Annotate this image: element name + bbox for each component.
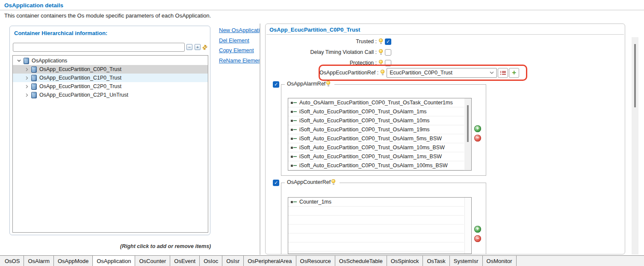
list-item[interactable]: iSoft_Auto_EcucPartition_C0P0_Trust_OsAl…: [288, 125, 464, 134]
container-hierarchy-panel: Container Hierarchical information: OsAp…: [9, 26, 210, 235]
list-item-label: Auto_OsAlarm_EcucPartition_C0P0_Trust_Os…: [299, 100, 453, 106]
reference-icon: [291, 147, 297, 149]
counter-group-checkbox[interactable]: [273, 180, 279, 186]
partition-ref-list-button[interactable]: [498, 68, 508, 78]
empty-row: [288, 242, 464, 251]
list-item-label: iSoft_Auto_EcucPartition_C0P0_Trust_OsAl…: [299, 127, 430, 133]
counter-remove-button[interactable]: [474, 235, 481, 242]
new-osapplication-link[interactable]: New OsApplication: [219, 27, 260, 33]
tab-osos[interactable]: OsOS: [1, 256, 24, 266]
lightbulb-icon: [379, 38, 383, 44]
list-item[interactable]: iSoft_Auto_EcucPartition_C0P0_Trust_OsAl…: [288, 116, 464, 125]
lightbulb-icon: [379, 49, 383, 55]
list-item-label: Counter_1ms: [299, 199, 331, 205]
alarm-remove-button[interactable]: [474, 135, 481, 142]
scrollbar-thumb[interactable]: [467, 105, 469, 142]
empty-row: [288, 216, 464, 225]
tab-oscounter[interactable]: OsCounter: [135, 256, 170, 266]
delay-timing-field-row: Delay Timing Violation Call :: [266, 48, 391, 56]
chevron-right-icon[interactable]: [24, 67, 30, 71]
tab-ostask[interactable]: OsTask: [423, 256, 449, 266]
partition-ref-add-button[interactable]: [509, 68, 519, 78]
refresh-icon[interactable]: [201, 41, 211, 52]
chevron-right-icon[interactable]: [24, 76, 30, 80]
tree-item-label: OsApp_EcucPartition_C1P0_Trust: [39, 75, 121, 81]
tab-osevent[interactable]: OsEvent: [170, 256, 200, 266]
chevron-down-icon[interactable]: [16, 59, 22, 63]
tab-osscheduletable[interactable]: OsScheduleTable: [335, 256, 387, 266]
tree-item-osapplications[interactable]: OsApplications: [13, 56, 208, 65]
container-icon: [31, 83, 37, 90]
list-item-label: iSoft_Auto_EcucPartition_C0P0_Trust_OsAl…: [299, 145, 445, 151]
chevron-down-icon: [490, 71, 494, 74]
trusted-checkbox[interactable]: [385, 38, 391, 45]
tab-osresource[interactable]: OsResource: [296, 256, 335, 266]
tree-item[interactable]: OsApp_EcucPartition_C2P1_UnTrust: [13, 91, 208, 99]
tree-item-label: OsApp_EcucPartition_C2P1_UnTrust: [39, 92, 128, 98]
list-item-label: iSoft_Auto_EcucPartition_C0P0_Trust_OsAl…: [299, 109, 427, 115]
list-item-label: iSoft_Auto_EcucPartition_C0P0_Trust_OsAl…: [299, 118, 430, 124]
delay-timing-checkbox[interactable]: [385, 49, 391, 56]
container-panel-title: Container Hierarchical information:: [14, 30, 107, 36]
counter-ref-list[interactable]: Counter_1ms: [288, 197, 472, 254]
protection-field-row: Protection :: [266, 59, 391, 67]
trusted-label: Trusted :: [356, 38, 377, 44]
page-description: This container containers the Os module …: [4, 12, 211, 19]
lightbulb-icon: [331, 179, 336, 185]
tab-osapplication[interactable]: OsApplication: [93, 256, 135, 266]
tab-osspinlock[interactable]: OsSpinlock: [387, 256, 423, 266]
tab-osmonitor[interactable]: OsMonitor: [483, 256, 517, 266]
page-title: OsApplication details: [4, 2, 63, 9]
empty-row: [288, 207, 464, 216]
tree-item[interactable]: OsApp_EcucPartition_C2P0_Trust: [13, 82, 208, 91]
chevron-right-icon[interactable]: [24, 84, 30, 89]
list-item[interactable]: iSoft_Auto_EcucPartition_C0P0_Trust_OsAl…: [288, 152, 464, 161]
expand-all-button[interactable]: [195, 44, 201, 50]
reference-icon: [291, 129, 297, 131]
rename-element-link[interactable]: ReName Element: [219, 57, 260, 64]
alarm-group-legend: OsAppAlarmRef: [285, 81, 334, 87]
window-scrollbar[interactable]: [632, 37, 638, 254]
tab-osalarm[interactable]: OsAlarm: [24, 256, 54, 266]
plus-icon: [512, 70, 516, 76]
tab-systemisr[interactable]: SystemIsr: [450, 256, 483, 266]
scrollbar-thumb[interactable]: [634, 44, 636, 107]
reference-icon: [291, 138, 297, 140]
reference-icon: [291, 156, 297, 158]
detail-panel: OsApp_EcucPartition_C0P0_Trust Trusted :…: [265, 24, 625, 254]
partition-ref-field-row: OsAppEcucPartitionRef : EcucPartition_C0…: [319, 68, 519, 78]
list-scrollbar[interactable]: [464, 98, 471, 170]
tree-item-label: OsApp_EcucPartition_C0P0_Trust: [39, 66, 121, 72]
tab-osperipheralarea[interactable]: OsPeripheralArea: [244, 256, 296, 266]
collapse-all-button[interactable]: [186, 44, 192, 50]
counter-group-legend: OsAppCounterRef: [285, 179, 340, 185]
tree-item-label: OsApp_EcucPartition_C2P0_Trust: [39, 83, 121, 89]
tree-item[interactable]: OsApp_EcucPartition_C0P0_Trust: [13, 65, 208, 74]
protection-checkbox[interactable]: [385, 60, 391, 66]
alarm-group-legend-label: OsAppAlarmRef: [287, 81, 325, 87]
tree-filter-input[interactable]: [13, 43, 185, 52]
del-element-link[interactable]: Del Element: [219, 37, 260, 44]
partition-ref-combobox[interactable]: EcucPartition_C0P0_Trust: [387, 68, 497, 78]
list-item[interactable]: iSoft_Auto_EcucPartition_C0P0_Trust_OsAl…: [288, 134, 464, 143]
container-tree[interactable]: OsApplications OsApp_EcucPartition_C0P0_…: [12, 55, 208, 233]
tab-osappmode[interactable]: OsAppMode: [54, 256, 93, 266]
list-item[interactable]: Auto_OsAlarm_EcucPartition_C0P0_Trust_Os…: [288, 98, 464, 107]
list-item[interactable]: iSoft_Auto_EcucPartition_C0P0_Trust_OsAl…: [288, 107, 464, 116]
lightbulb-icon: [379, 60, 383, 66]
counter-add-button[interactable]: [474, 226, 481, 233]
alarm-add-button[interactable]: [474, 125, 481, 132]
chevron-right-icon[interactable]: [24, 93, 30, 97]
copy-element-link[interactable]: Copy Element: [219, 47, 260, 53]
alarm-ref-list[interactable]: Auto_OsAlarm_EcucPartition_C0P0_Trust_Os…: [288, 98, 472, 171]
tree-item[interactable]: OsApp_EcucPartition_C1P0_Trust: [13, 74, 208, 82]
list-item[interactable]: Counter_1ms: [288, 198, 464, 207]
tab-osioc[interactable]: OsIoc: [200, 256, 222, 266]
list-item[interactable]: iSoft_Auto_EcucPartition_C0P0_Trust_OsAl…: [288, 143, 464, 152]
tab-osisr[interactable]: OsIsr: [222, 256, 244, 266]
reference-icon: [291, 165, 297, 167]
reference-icon: [291, 201, 297, 203]
list-item[interactable]: iSoft_Auto_EcucPartition_C0P0_Trust_OsAl…: [288, 161, 464, 170]
reference-icon: [291, 120, 297, 122]
alarm-group-checkbox[interactable]: [273, 81, 279, 88]
